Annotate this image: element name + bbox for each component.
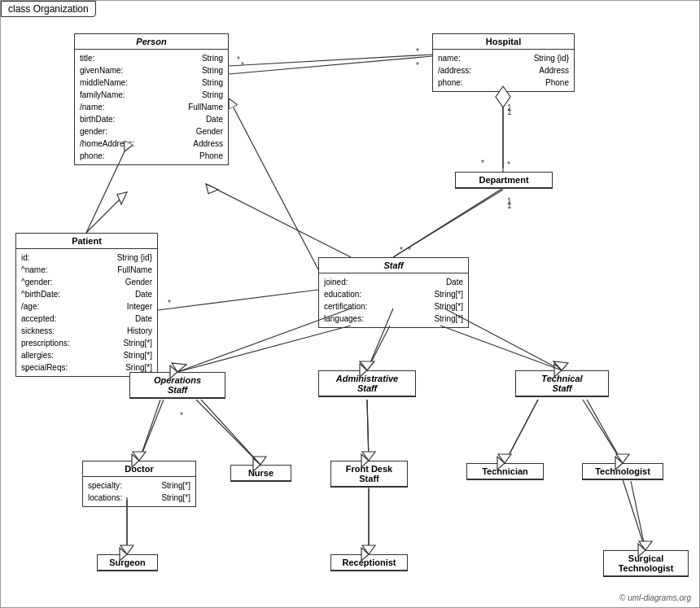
svg-text:*: *	[237, 55, 240, 64]
svg-line-19	[367, 400, 369, 461]
copyright: © uml-diagrams.org	[619, 593, 691, 602]
class-staff: Staff joined:Date education:String[*] ce…	[318, 257, 469, 328]
svg-marker-65	[498, 454, 511, 463]
svg-text:*: *	[416, 47, 419, 56]
svg-text:*: *	[408, 246, 411, 255]
svg-line-21	[505, 400, 538, 463]
class-patient-body: id:String {id} ^name:FullName ^gender:Ge…	[16, 249, 157, 376]
class-receptionist: Receptionist	[330, 554, 408, 571]
svg-line-41	[229, 55, 432, 66]
svg-line-53	[367, 326, 390, 370]
class-surgeon-header: Surgeon	[98, 555, 157, 571]
svg-marker-67	[616, 454, 629, 463]
svg-line-58	[139, 400, 160, 461]
svg-line-64	[505, 400, 538, 463]
svg-line-62	[367, 400, 369, 461]
class-doctor: Doctor specialty:String[*] locations:Str…	[82, 461, 196, 507]
svg-line-15	[139, 400, 164, 461]
class-doctor-body: specialty:String[*] locations:String[*]	[83, 477, 195, 506]
svg-text:*: *	[481, 159, 484, 168]
svg-line-51	[177, 326, 351, 372]
class-person-body: title:String givenName:String middleName…	[75, 50, 228, 164]
svg-marker-61	[253, 457, 266, 465]
svg-marker-45	[117, 192, 127, 204]
svg-marker-63	[362, 452, 375, 461]
class-person-header: Person	[75, 34, 228, 50]
svg-line-23	[583, 400, 623, 463]
class-technician: Technician	[466, 463, 544, 480]
svg-text:*: *	[180, 411, 183, 420]
class-receptionist-header: Receptionist	[331, 555, 407, 571]
class-hospital: Hospital name:String {id} /address:Addre…	[432, 33, 575, 92]
class-surgical-tech: SurgicalTechnologist	[603, 550, 689, 577]
class-staff-header: Staff	[319, 258, 468, 273]
svg-text:*: *	[400, 246, 403, 255]
class-tech-staff: TechnicalStaff	[515, 370, 609, 397]
class-ops-staff: OperationsStaff	[129, 372, 225, 399]
svg-line-44	[86, 192, 127, 233]
svg-marker-52	[172, 363, 186, 372]
class-tech-staff-header: TechnicalStaff	[516, 371, 608, 396]
svg-line-66	[587, 400, 623, 463]
class-front-desk-header: Front DeskStaff	[331, 461, 407, 487]
svg-text:1: 1	[507, 201, 512, 210]
diagram-container: class Organization Person title:String g…	[0, 0, 700, 608]
class-doctor-header: Doctor	[83, 461, 195, 477]
class-hospital-header: Hospital	[433, 34, 574, 50]
svg-line-31	[229, 56, 432, 74]
class-department: Department	[455, 172, 553, 189]
svg-marker-54	[360, 361, 374, 370]
svg-marker-56	[553, 361, 568, 370]
svg-text:*: *	[416, 61, 419, 70]
class-patient-header: Patient	[16, 234, 157, 249]
class-staff-body: joined:Date education:String[*] certific…	[319, 273, 468, 327]
svg-line-55	[440, 326, 562, 370]
svg-marker-59	[133, 452, 146, 461]
svg-marker-73	[639, 541, 652, 550]
class-front-desk: Front DeskStaff	[330, 461, 408, 488]
svg-marker-69	[120, 545, 133, 554]
svg-line-72	[631, 481, 645, 550]
svg-text:*: *	[168, 299, 171, 308]
svg-line-60	[201, 400, 260, 465]
svg-marker-47	[206, 184, 218, 194]
class-technologist: Technologist	[582, 463, 663, 480]
class-department-header: Department	[456, 173, 552, 188]
class-nurse: Nurse	[230, 465, 291, 482]
class-surgical-tech-header: SurgicalTechnologist	[604, 551, 688, 576]
class-ops-staff-header: OperationsStaff	[130, 373, 225, 398]
svg-text:1: 1	[507, 103, 512, 112]
class-surgeon: Surgeon	[97, 554, 158, 571]
class-admin-staff-header: AdministrativeStaff	[319, 371, 415, 396]
svg-marker-71	[362, 545, 375, 554]
svg-text:*: *	[507, 160, 510, 169]
class-hospital-body: name:String {id} /address:Address phone:…	[433, 50, 574, 91]
svg-text:1: 1	[507, 197, 512, 206]
class-admin-staff: AdministrativeStaff	[318, 370, 416, 397]
svg-line-17	[196, 400, 260, 465]
svg-line-46	[206, 184, 351, 257]
diagram-title: class Organization	[1, 1, 96, 17]
class-person: Person title:String givenName:String mid…	[74, 33, 229, 165]
class-technician-header: Technician	[467, 464, 543, 479]
class-nurse-header: Nurse	[231, 466, 291, 481]
svg-line-38	[393, 190, 503, 257]
svg-line-29	[623, 479, 645, 550]
svg-line-5	[393, 188, 503, 257]
svg-text:*: *	[241, 61, 244, 70]
svg-line-49	[158, 290, 318, 310]
class-patient: Patient id:String {id} ^name:FullName ^g…	[15, 233, 158, 377]
class-technologist-header: Technologist	[583, 464, 663, 479]
svg-line-8	[229, 98, 318, 269]
svg-text:1: 1	[507, 107, 512, 116]
